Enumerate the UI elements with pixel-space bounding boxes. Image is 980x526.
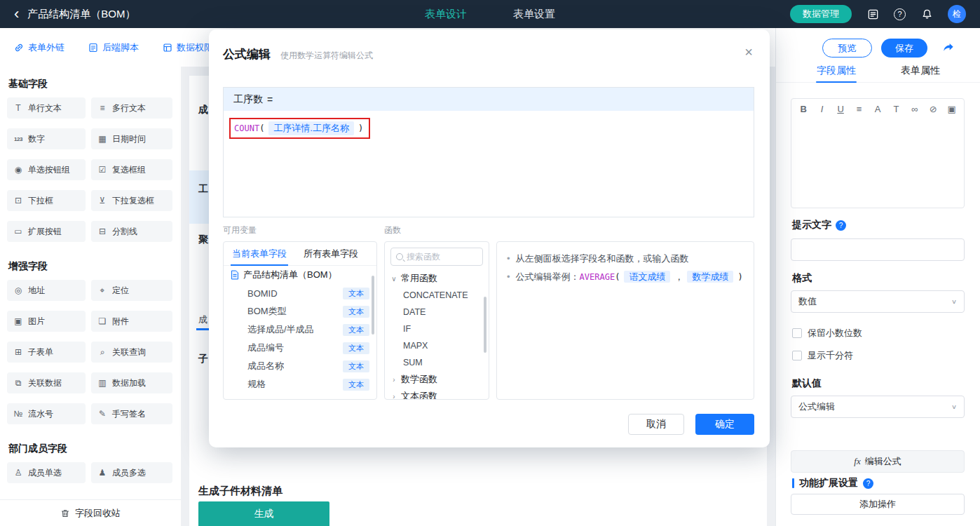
variables-scrollbar[interactable]: [372, 276, 374, 335]
variable-type-tag: 文本: [343, 288, 369, 299]
field-radio-group[interactable]: ◉单选按钮组: [7, 159, 86, 180]
field-address[interactable]: ◎地址: [7, 280, 86, 301]
field-single-line-text[interactable]: T单行文本: [7, 97, 86, 119]
insert-link-icon[interactable]: ∞: [910, 104, 920, 114]
thousand-checkbox[interactable]: [792, 351, 802, 360]
confirm-button[interactable]: 确定: [695, 414, 754, 435]
field-member-single[interactable]: ♙成员单选: [7, 462, 86, 483]
tab-current-form-fields[interactable]: 当前表单字段: [224, 242, 295, 265]
user-avatar[interactable]: 检: [948, 5, 966, 23]
variable-row[interactable]: 规格文本: [224, 375, 376, 393]
variable-row[interactable]: 成品编号文本: [224, 339, 376, 357]
field-location[interactable]: ⌖定位: [91, 280, 172, 301]
tab-all-form-fields[interactable]: 所有表单字段: [295, 242, 367, 265]
field-select[interactable]: ⊡下拉框: [7, 190, 86, 211]
insert-image-icon[interactable]: ▣: [947, 104, 957, 114]
edit-formula-button[interactable]: fx 编辑公式: [791, 450, 965, 473]
field-datetime[interactable]: ▦日期时间: [91, 128, 172, 149]
function-item[interactable]: MAPX: [385, 337, 489, 354]
field-related-data[interactable]: ⧉关联数据: [7, 372, 86, 393]
field-label: 数据加载: [112, 377, 146, 389]
variable-row[interactable]: 成品名称文本: [224, 357, 376, 375]
function-item[interactable]: DATE: [385, 304, 489, 321]
thousand-option[interactable]: 显示千分符: [792, 349, 853, 362]
functions-scrollbar[interactable]: [484, 297, 486, 353]
editor-content[interactable]: [791, 119, 964, 202]
function-group-text[interactable]: › 文本函数: [385, 388, 489, 400]
data-manage-button[interactable]: 数据管理: [790, 5, 852, 23]
add-action-button[interactable]: 添加操作: [791, 494, 965, 515]
function-item[interactable]: CONCATENATE: [385, 287, 489, 304]
field-related-query[interactable]: ⌕关联查询: [91, 342, 172, 363]
field-attachment[interactable]: ❏附件: [91, 311, 172, 332]
back-icon[interactable]: ‹: [14, 1, 19, 27]
field-label: 附件: [112, 316, 129, 328]
radio-icon: ◉: [13, 165, 24, 175]
save-button[interactable]: 保存: [881, 39, 927, 58]
field-reference-chip[interactable]: 工序详情.工序名称: [268, 121, 354, 135]
function-group-math[interactable]: › 数学函数: [385, 371, 489, 388]
function-search-input[interactable]: [407, 252, 477, 262]
field-member-multi[interactable]: ♟成员多选: [91, 462, 172, 483]
basic-field-grid: T单行文本 ≡多行文本 123数字 ▦日期时间 ◉单选按钮组 ☑复选框组 ⊡下拉…: [7, 97, 174, 242]
field-data-load[interactable]: ▥数据加载: [91, 372, 172, 393]
field-checkbox-group[interactable]: ☑复选框组: [91, 159, 172, 180]
function-group-common[interactable]: ∨ 常用函数: [385, 270, 489, 287]
format-select[interactable]: 数值 ∨: [791, 290, 965, 313]
form-external-link[interactable]: 表单外链: [14, 41, 64, 54]
field-signature[interactable]: ✎手写签名: [91, 403, 172, 424]
formula-expression-area[interactable]: COUNT( 工序详情.工序名称 ): [224, 111, 754, 146]
variable-row[interactable]: BOM类型文本: [224, 302, 376, 321]
underline-icon[interactable]: U: [836, 104, 845, 114]
extension-settings-header: 功能扩展设置 ?: [792, 477, 873, 490]
preview-button[interactable]: 预览: [822, 39, 872, 58]
form-switch-icon[interactable]: [866, 7, 880, 21]
data-permission-link[interactable]: 数据权限: [163, 41, 213, 54]
function-item[interactable]: IF: [385, 321, 489, 337]
align-icon[interactable]: ≡: [854, 104, 864, 114]
tab-form-settings[interactable]: 表单设置: [513, 8, 555, 21]
help-icon[interactable]: ?: [894, 8, 906, 20]
cancel-button[interactable]: 取消: [628, 414, 684, 435]
remove-link-icon[interactable]: ⊘: [928, 104, 938, 114]
equals-sign: =: [267, 94, 273, 105]
field-divider[interactable]: ⊟分割线: [91, 221, 172, 242]
field-recycle-bin[interactable]: 字段回收站: [0, 499, 181, 526]
backend-script-link[interactable]: 后端脚本: [88, 41, 139, 54]
canvas-fragment: 工: [198, 183, 208, 196]
canvas-fragment: 成: [198, 313, 207, 326]
font-size-icon[interactable]: T: [891, 104, 901, 114]
field-label: 数字: [28, 133, 45, 145]
field-number[interactable]: 123数字: [7, 128, 86, 149]
share-icon[interactable]: [941, 41, 955, 55]
field-multi-line-text[interactable]: ≡多行文本: [91, 97, 172, 119]
hint-help-icon[interactable]: ?: [836, 220, 846, 231]
default-value-select[interactable]: 公式编辑 ∨: [791, 396, 965, 418]
generate-button[interactable]: 生成: [198, 501, 329, 526]
close-icon[interactable]: ×: [744, 45, 753, 59]
canvas-fragment: 成: [198, 104, 208, 116]
tab-field-properties[interactable]: 字段属性: [817, 59, 856, 82]
decimal-option[interactable]: 保留小数位数: [792, 327, 862, 339]
field-subform[interactable]: ⊞子表单: [7, 342, 86, 363]
notification-bell-icon[interactable]: [920, 7, 934, 21]
extension-help-icon[interactable]: ?: [863, 478, 873, 489]
function-item[interactable]: SUM: [385, 354, 489, 371]
field-serial-number[interactable]: №流水号: [7, 403, 86, 424]
field-multi-select[interactable]: ⊻下拉复选框: [91, 190, 172, 211]
italic-icon[interactable]: I: [817, 104, 826, 114]
tab-form-design[interactable]: 表单设计: [425, 8, 467, 21]
variable-tree-root[interactable]: 产品结构清单（BOM）: [224, 266, 376, 284]
accent-bar: [792, 478, 794, 488]
decimal-checkbox[interactable]: [792, 328, 802, 338]
field-extend-button[interactable]: ▭扩展按钮: [7, 221, 86, 242]
variable-row[interactable]: 选择成品/半成品文本: [224, 321, 376, 339]
variable-row[interactable]: BOMID文本: [224, 284, 376, 302]
field-image[interactable]: ▣图片: [7, 311, 86, 332]
hint-text-input[interactable]: [791, 238, 965, 261]
bold-icon[interactable]: B: [798, 104, 808, 114]
functions-panel: ∨ 常用函数 CONCATENATE DATE IF MAPX SUM › 数学…: [384, 241, 489, 400]
font-color-icon[interactable]: A: [873, 104, 883, 114]
canvas-fragment: 子: [198, 353, 208, 365]
tab-form-properties[interactable]: 表单属性: [901, 59, 940, 82]
